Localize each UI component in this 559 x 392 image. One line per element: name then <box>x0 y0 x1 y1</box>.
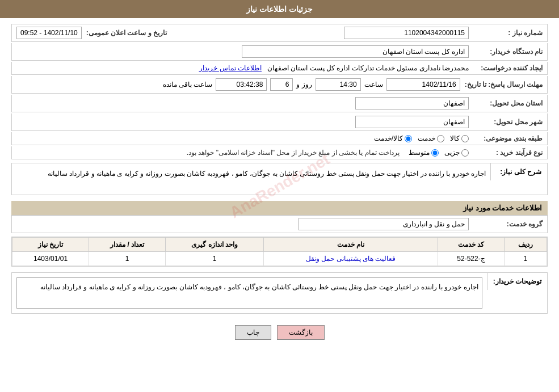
button-row: بازگشت چاپ <box>11 319 548 348</box>
deadline-remaining-label: ساعت باقی مانده <box>163 81 213 88</box>
col-quantity: تعداد / مقدار <box>89 238 166 252</box>
process-inline: جزیی متوسط پرداخت تمام یا بخشی از مبلغ خ… <box>16 149 469 157</box>
buyer-description-label: توضیحات خریدار: <box>487 273 547 290</box>
table-row: 1 ج-522-52 فعالیت های پشتیبانی حمل ونقل … <box>12 252 547 266</box>
page-header: جزئیات اطلاعات نیاز <box>0 0 559 18</box>
col-row: ردیف <box>504 238 547 252</box>
deadline-day-label: روز و <box>296 81 312 88</box>
service-group-row: گروه خدمت: حمل و نقل و انبارداری <box>11 216 548 233</box>
need-number-value: 1102004342000115 <box>344 27 469 39</box>
need-number-row: شماره نیاز : 1102004342000115 تاریخ و سا… <box>11 24 548 42</box>
process-note: پرداخت تمام یا بخشی از مبلغ خریدار از مح… <box>187 149 400 157</box>
description-block: شرح کلی نیاز: اجاره خودرو با راننده در ا… <box>11 163 548 195</box>
category-label-kala: کالا <box>450 134 460 142</box>
buyer-description-text: اجاره خودرو با راننده در اختیار جهت حمل … <box>16 277 482 309</box>
cell-date: 1403/01/01 <box>12 252 89 266</box>
category-label: طبقه بندی موضوعی: <box>469 134 543 142</box>
cell-code: ج-522-52 <box>438 252 504 266</box>
col-unit: واحد اندازه گیری <box>166 238 264 252</box>
process-option-jozi[interactable]: جزیی <box>444 149 469 157</box>
services-section-header: اطلاعات خدمات مورد نیاز <box>11 201 548 216</box>
org-label: نام دستگاه خریدار: <box>469 48 543 56</box>
category-row: طبقه بندی موضوعی: کالا خدمت کالا/خدمت <box>11 132 548 145</box>
creator-row: ایجاد کننده درخواست: محمدرضا نامداری مسئ… <box>11 62 548 75</box>
col-name: نام خدمت <box>264 238 438 252</box>
buyer-description-value: اجاره خودرو با راننده در اختیار جهت حمل … <box>12 273 487 313</box>
deadline-time: 14:30 <box>316 78 361 91</box>
cell-name: فعالیت های پشتیبانی حمل ونقل <box>264 252 438 266</box>
org-value: اداره کل پست استان اصفهان <box>242 45 469 58</box>
province-value: اصفهان <box>355 97 469 109</box>
city-row: شهر محل تحویل: اصفهان <box>11 113 548 131</box>
creator-label: ایجاد کننده درخواست: <box>469 64 543 72</box>
deadline-label: مهلت ارسال پاسخ: تا تاریخ: <box>460 81 543 88</box>
category-option-khedmat[interactable]: خدمت <box>418 134 444 142</box>
process-radio-motavasset[interactable] <box>431 149 439 157</box>
province-row: استان محل تحویل: اصفهان <box>11 95 548 112</box>
category-label-khedmat: خدمت <box>418 134 435 142</box>
category-label-kala-khedmat: کالا/خدمت <box>374 134 403 142</box>
city-label: شهر محل تحویل: <box>469 118 543 126</box>
category-radio-group: کالا خدمت کالا/خدمت <box>16 134 469 142</box>
deadline-days: 6 <box>270 78 293 91</box>
description-text: اجاره خودرو با راننده در اختیار جهت حمل … <box>12 163 490 195</box>
col-code: کد خدمت <box>438 238 504 252</box>
category-radio-kala[interactable] <box>461 135 469 142</box>
creator-link[interactable]: اطلاعات تماس خریدار <box>199 64 262 72</box>
process-radio-jozi[interactable] <box>461 149 469 157</box>
page-title: جزئیات اطلاعات نیاز <box>246 5 313 14</box>
process-label: نوع فرآیند خرید : <box>469 149 543 157</box>
category-radio-khedmat[interactable] <box>437 135 444 142</box>
category-option-kala[interactable]: کالا <box>450 134 469 142</box>
process-option-motavasset[interactable]: متوسط <box>409 149 439 157</box>
service-group-label: گروه خدمت: <box>469 220 543 228</box>
back-button[interactable]: بازگشت <box>277 325 325 340</box>
print-button[interactable]: چاپ <box>235 325 271 340</box>
province-label: استان محل تحویل: <box>469 99 543 107</box>
process-label-jozi: جزیی <box>444 149 460 157</box>
cell-unit: 1 <box>166 252 264 266</box>
buyer-description-block: توضیحات خریدار: اجاره خودرو با راننده در… <box>11 272 548 314</box>
process-label-motavasset: متوسط <box>409 149 430 157</box>
need-number-label: شماره نیاز : <box>469 29 543 37</box>
service-group-value: حمل و نقل و انبارداری <box>299 218 469 230</box>
process-row: نوع فرآیند خرید : جزیی متوسط پرداخت تمام… <box>11 146 548 159</box>
creator-value: محمدرضا نامداری مسئول خدمات تدارکات ادار… <box>267 64 469 72</box>
deadline-remaining: 03:42:38 <box>216 78 267 91</box>
deadline-date: 1402/11/16 <box>386 78 460 91</box>
col-date: تاریخ نیاز <box>12 238 89 252</box>
deadline-time-label: ساعت <box>364 81 383 88</box>
process-radio-group: جزیی متوسط <box>409 149 469 157</box>
cell-quantity: 1 <box>89 252 166 266</box>
date-value: 1402/11/10 - 09:52 <box>16 27 82 39</box>
deadline-inline: 1402/11/16 ساعت 14:30 روز و 6 03:42:38 س… <box>16 78 460 91</box>
deadline-row: مهلت ارسال پاسخ: تا تاریخ: 1402/11/16 سا… <box>11 76 548 94</box>
services-table-section: ردیف کد خدمت نام خدمت واحد اندازه گیری ت… <box>11 237 548 267</box>
city-value: اصفهان <box>355 116 469 128</box>
category-option-kala-khedmat[interactable]: کالا/خدمت <box>374 134 412 142</box>
date-label: تاریخ و ساعت اعلان عمومی: <box>82 29 167 37</box>
services-table: ردیف کد خدمت نام خدمت واحد اندازه گیری ت… <box>12 237 547 266</box>
description-label: شرح کلی نیاز: <box>490 163 547 180</box>
category-radio-kala-khedmat[interactable] <box>405 135 412 142</box>
org-row: نام دستگاه خریدار: اداره کل پست استان اص… <box>11 43 548 61</box>
cell-row: 1 <box>504 252 547 266</box>
